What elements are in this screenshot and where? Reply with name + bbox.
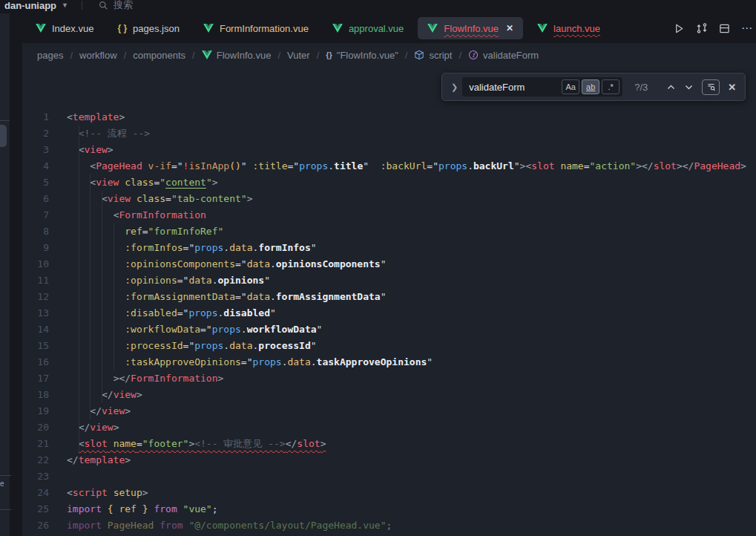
breadcrumb-item-workflow[interactable]: workflow — [79, 50, 117, 61]
token: slot — [654, 160, 677, 171]
breadcrumb-item-script[interactable]: script — [414, 50, 452, 61]
line-number[interactable]: 18 — [22, 387, 49, 403]
code-line[interactable]: 12 :formAssignmentData="data.formAssignm… — [22, 289, 756, 305]
code-line[interactable]: 6 <view class="tab-content"> — [22, 191, 756, 207]
line-number[interactable]: 26 — [22, 517, 49, 534]
code-line[interactable]: 15 :processId="props.data.processId" — [22, 338, 756, 354]
line-number[interactable]: 21 — [22, 436, 49, 452]
code-line[interactable]: 13 :disabled="props.disabled" — [22, 305, 756, 321]
code-line[interactable]: 1<template> — [22, 109, 756, 125]
code-area[interactable]: 1<template>2 <!-- 流程 -->3 <view>4 <PageH… — [22, 67, 756, 534]
line-number[interactable]: 11 — [22, 272, 49, 289]
find-input[interactable] — [469, 82, 559, 93]
toggle-replace-icon[interactable]: ❯ — [447, 82, 462, 92]
find-in-selection-button[interactable] — [702, 79, 720, 95]
split-editor-button[interactable] — [719, 23, 730, 34]
token: data — [247, 291, 270, 302]
line-number[interactable]: 2 — [22, 125, 49, 142]
line-number[interactable]: 3 — [22, 142, 49, 158]
code-line[interactable]: 9 :formInfos="props.data.formInfos" — [22, 240, 756, 256]
code-line[interactable]: 14 :workflowData="props.workflowData" — [22, 321, 756, 338]
code-line[interactable]: 4 <PageHead v-if="!isInApp()" :title="pr… — [22, 158, 756, 174]
breadcrumb-item-FlowInfo.vue[interactable]: {}"FlowInfo.vue" — [326, 50, 398, 61]
line-number[interactable]: 20 — [22, 419, 49, 436]
line-number[interactable]: 19 — [22, 403, 49, 419]
tab-launch.vue[interactable]: launch.vue — [527, 17, 610, 39]
code-editor[interactable]: ❯ Aaab.* ?/3 ✕ — [22, 67, 756, 536]
more-actions-icon[interactable]: ⋯ — [741, 22, 753, 35]
token: :taskApproveOpinions — [125, 356, 241, 367]
next-match-button[interactable] — [684, 82, 694, 92]
line-number[interactable]: 16 — [22, 354, 49, 370]
line-number[interactable]: 13 — [22, 305, 49, 321]
code-line[interactable]: 8 ref="formInfoRef" — [22, 223, 756, 240]
line-number[interactable]: 23 — [22, 468, 49, 485]
code-line[interactable]: 2 <!-- 流程 --> — [22, 125, 756, 142]
code-line[interactable]: 22</template> — [22, 452, 756, 468]
sync-changes-button[interactable] — [696, 22, 708, 34]
breadcrumb-item-validateForm[interactable]: fvalidateForm — [468, 50, 539, 61]
code-line[interactable]: 23 — [22, 468, 756, 485]
token: FormInformation — [119, 209, 206, 220]
tab-pages.json[interactable]: { }pages.json — [108, 17, 189, 39]
breadcrumb-item-pages[interactable]: pages — [37, 50, 63, 61]
code-line[interactable]: 24<script setup> — [22, 485, 756, 501]
line-number[interactable]: 4 — [22, 158, 49, 174]
code-line[interactable]: 3 <view> — [22, 142, 756, 158]
tab-approval.vue[interactable]: approval.vue — [323, 17, 413, 39]
line-number[interactable]: 7 — [22, 207, 49, 223]
find-option-Aa[interactable]: Aa — [562, 79, 579, 94]
code-line[interactable]: 11 :opinions="data.opinions" — [22, 272, 756, 289]
tab-label: FlowInfo.vue — [444, 23, 499, 34]
code-line[interactable]: 17 ></FormInformation> — [22, 370, 756, 387]
token: </ — [67, 454, 79, 465]
token: < — [67, 487, 73, 498]
token: processId — [258, 340, 310, 351]
find-option-ab[interactable]: ab — [582, 79, 599, 94]
code-line[interactable]: 21 <slot name="footer"><!-- 审批意见 --></sl… — [22, 436, 756, 452]
breadcrumb-item-FlowInfo.vue[interactable]: FlowInfo.vue — [202, 50, 272, 61]
tab-FormInformation.vue[interactable]: FormInformation.vue — [194, 17, 318, 39]
code-line[interactable]: 10 :opinionsComponents="data.opinionsCom… — [22, 256, 756, 272]
token: > — [125, 454, 131, 465]
line-number[interactable]: 6 — [22, 191, 49, 207]
workspace-title[interactable]: dan-uniapp — [4, 0, 56, 11]
token: . — [328, 160, 334, 171]
line-number[interactable]: 8 — [22, 223, 49, 240]
line-number[interactable]: 24 — [22, 485, 49, 501]
line-number[interactable]: 25 — [22, 501, 49, 517]
code-line[interactable]: 16 :taskApproveOpinions="props.data.task… — [22, 354, 756, 370]
code-line[interactable]: 18 </view> — [22, 387, 756, 403]
line-number[interactable]: 15 — [22, 338, 49, 354]
code-line[interactable]: 26import PageHead from "@/components/lay… — [22, 517, 756, 534]
line-number[interactable]: 12 — [22, 289, 49, 305]
close-tab-icon[interactable]: ✕ — [506, 23, 513, 33]
find-option-[interactable]: .* — [602, 79, 619, 94]
breadcrumb-item-Vuter[interactable]: Vuter — [287, 50, 310, 61]
tab-FlowInfo.vue[interactable]: FlowInfo.vue✕ — [418, 17, 523, 39]
code-line[interactable]: 7 <FormInformation — [22, 207, 756, 223]
token: workflowData — [247, 324, 317, 335]
code-line[interactable]: 19 </view> — [22, 403, 756, 419]
line-number[interactable]: 14 — [22, 321, 49, 338]
code-line[interactable]: 25import { ref } from "vue"; — [22, 501, 756, 517]
line-number[interactable]: 22 — [22, 452, 49, 468]
run-button[interactable] — [674, 23, 685, 34]
line-number[interactable]: 1 — [22, 109, 49, 125]
sidebar-active-indicator[interactable] — [0, 125, 7, 147]
line-number[interactable]: 10 — [22, 256, 49, 272]
previous-match-button[interactable] — [666, 82, 676, 92]
line-number[interactable]: 5 — [22, 174, 49, 191]
token: "footer" — [142, 438, 189, 449]
close-find-icon[interactable]: ✕ — [728, 82, 736, 93]
editor-actions: ⋯ — [674, 22, 756, 35]
code-line[interactable]: 5 <view class="content"> — [22, 174, 756, 191]
global-search[interactable]: 搜索 — [99, 0, 133, 12]
tab-Index.vue[interactable]: Index.vue — [26, 17, 103, 39]
token: :disabled — [125, 307, 177, 318]
code-line[interactable]: 20 </view> — [22, 419, 756, 436]
breadcrumb-label: script — [429, 50, 452, 61]
line-number[interactable]: 9 — [22, 240, 49, 256]
breadcrumb-item-components[interactable]: components — [133, 50, 185, 61]
line-number[interactable]: 17 — [22, 370, 49, 387]
